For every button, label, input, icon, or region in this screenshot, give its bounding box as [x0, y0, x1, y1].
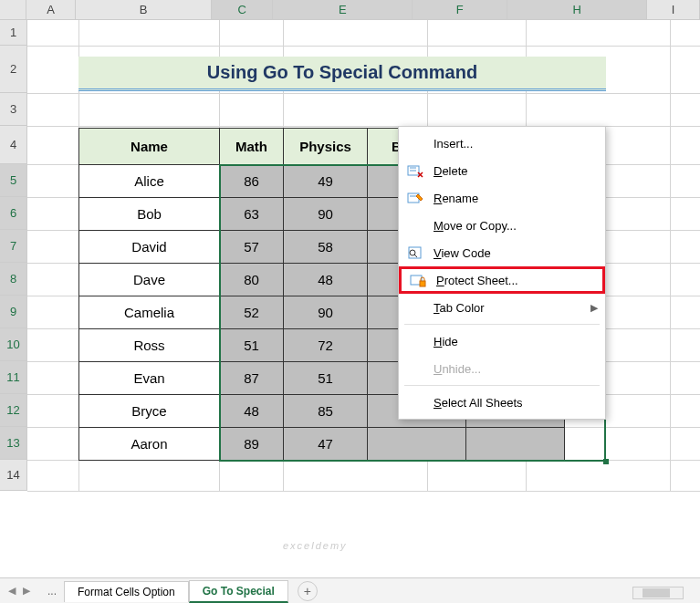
menu-insert[interactable]: Insert... — [399, 130, 605, 157]
blank-icon — [404, 393, 426, 411]
separator — [404, 385, 600, 386]
col-header[interactable]: H — [507, 0, 647, 19]
menu-tab-color[interactable]: Tab Color ▶ — [399, 294, 605, 321]
horizontal-scrollbar[interactable] — [632, 587, 684, 599]
row-header[interactable]: 4 — [0, 126, 27, 164]
blank-icon — [404, 134, 426, 152]
fill-handle[interactable] — [603, 459, 609, 464]
table-header[interactable]: Math — [220, 129, 284, 165]
scrollbar-thumb[interactable] — [643, 588, 670, 598]
row-header[interactable]: 14 — [0, 460, 27, 491]
row-header[interactable]: 1 — [0, 20, 27, 46]
col-header[interactable]: C — [212, 0, 274, 19]
row-header[interactable]: 13 — [0, 427, 27, 460]
row-header[interactable]: 8 — [0, 263, 27, 296]
sheet-tab-active[interactable]: Go To Special — [189, 580, 288, 603]
row-header[interactable]: 9 — [0, 296, 27, 328]
row-header[interactable]: 7 — [0, 230, 27, 263]
row-header[interactable]: 12 — [0, 394, 27, 427]
table-header[interactable]: Physics — [284, 129, 368, 165]
menu-rename[interactable]: Rename — [399, 184, 605, 212]
title-banner: Using Go To Special Command — [78, 57, 606, 91]
col-header[interactable]: F — [413, 0, 507, 19]
blank-icon — [404, 298, 426, 317]
select-all-corner[interactable] — [0, 0, 26, 19]
tab-nav-prev[interactable]: ◀ — [5, 585, 18, 598]
menu-view-code[interactable]: View Code — [399, 239, 605, 266]
context-menu: Insert... Delete Rename Move or Copy... … — [398, 126, 606, 420]
separator — [404, 324, 600, 325]
svg-line-9 — [414, 255, 417, 257]
sheet-tab[interactable]: Format Cells Option — [64, 581, 189, 602]
table-row[interactable]: Aaron8947 — [79, 428, 565, 461]
menu-delete[interactable]: Delete — [399, 157, 605, 184]
col-header[interactable]: E — [273, 0, 413, 19]
row-header[interactable]: 5 — [0, 164, 27, 197]
new-sheet-button[interactable]: + — [298, 581, 318, 601]
row-header[interactable]: 10 — [0, 328, 27, 361]
rename-icon — [404, 189, 426, 207]
column-headers: A B C E F H I — [0, 0, 700, 20]
col-header[interactable]: I — [647, 0, 700, 19]
protect-icon — [407, 271, 429, 289]
blank-icon — [404, 216, 426, 234]
row-header[interactable]: 6 — [0, 197, 27, 230]
menu-protect-sheet[interactable]: Protect Sheet... — [399, 266, 605, 294]
blank-icon — [404, 359, 426, 378]
col-header[interactable]: B — [76, 0, 212, 19]
delete-icon — [404, 161, 426, 180]
menu-unhide: Unhide... — [399, 355, 605, 382]
menu-select-all-sheets[interactable]: Select All Sheets — [399, 389, 605, 416]
row-header[interactable]: 2 — [0, 46, 27, 93]
code-icon — [404, 244, 426, 262]
blank-icon — [404, 332, 426, 350]
row-header[interactable]: 11 — [0, 361, 27, 394]
chevron-right-icon: ▶ — [590, 302, 598, 314]
row-header[interactable]: 3 — [0, 93, 27, 126]
sheet-tabs-bar: ◀ ▶ ... Format Cells Option Go To Specia… — [0, 577, 700, 603]
svg-rect-11 — [420, 281, 425, 286]
watermark: exceldemy — [283, 540, 348, 551]
menu-move-copy[interactable]: Move or Copy... — [399, 212, 605, 239]
menu-hide[interactable]: Hide — [399, 327, 605, 355]
col-header[interactable]: A — [26, 0, 76, 19]
table-header[interactable]: Name — [79, 129, 220, 165]
row-headers: 1 2 3 4 5 6 7 8 9 10 11 12 13 14 — [0, 20, 27, 491]
tab-overflow[interactable]: ... — [40, 581, 64, 601]
tab-nav-next[interactable]: ▶ — [20, 585, 33, 598]
